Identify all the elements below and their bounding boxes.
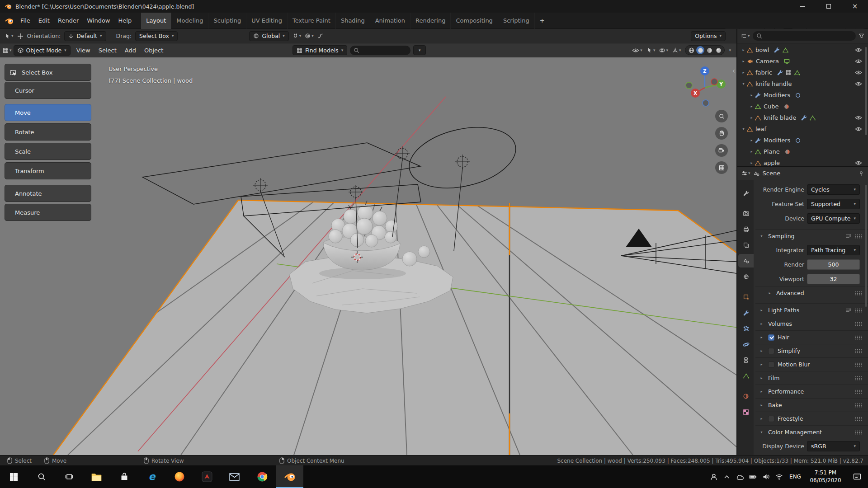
outliner-row-knife-blade[interactable]: ▸knife blade — [737, 112, 868, 123]
tool-measure[interactable]: Measure — [5, 204, 91, 221]
taskbar-task-view-button[interactable] — [55, 465, 83, 488]
properties-tab-object-data[interactable] — [738, 369, 754, 383]
expand-arrow-icon[interactable]: ▸ — [766, 291, 773, 295]
outliner-row-modifiers[interactable]: ▸Modifiers — [737, 135, 868, 146]
visibility-eye-icon[interactable] — [855, 127, 862, 131]
expand-arrow-icon[interactable]: ▸ — [740, 48, 747, 52]
prop-dropdown-feature-set[interactable]: Supported▾ — [807, 199, 860, 209]
outliner-item-label[interactable]: bowl — [755, 47, 769, 53]
expand-arrow-icon[interactable]: ▸ — [758, 389, 765, 394]
properties-tab-modifiers[interactable] — [738, 306, 754, 319]
tool-transform[interactable]: Transform — [5, 162, 91, 179]
menu-edit[interactable]: Edit — [34, 13, 54, 29]
taskbar-blender-button[interactable] — [276, 465, 303, 488]
taskbar-start-button[interactable] — [0, 465, 28, 488]
menu-file[interactable]: File — [16, 13, 34, 29]
workspace-tab-sculpting[interactable]: Sculpting — [208, 13, 246, 29]
drag-dots-icon[interactable] — [855, 308, 862, 313]
drag-dots-icon[interactable] — [855, 322, 862, 326]
taskbar-search-button[interactable] — [28, 465, 55, 488]
properties-tab-render[interactable] — [738, 206, 754, 220]
prop-section-freestyle[interactable]: ▸Freestyle — [755, 412, 868, 425]
outliner-item-label[interactable]: Modifiers — [764, 137, 790, 144]
properties-scrollbar[interactable] — [865, 185, 867, 307]
model-category-dropdown[interactable]: ▾ — [413, 45, 426, 55]
prop-section-color-management[interactable]: ▾Color Management — [755, 425, 868, 439]
outliner-item-label[interactable]: knife blade — [764, 114, 796, 121]
expand-arrow-icon[interactable]: ▸ — [748, 161, 755, 165]
outliner-editor-icon[interactable]: ▾ — [741, 33, 750, 39]
workspace-tab-texture-paint[interactable]: Texture Paint — [288, 13, 336, 29]
snap-magnet-icon[interactable]: ▾ — [292, 33, 302, 39]
prop-number-render[interactable]: 500 — [807, 259, 860, 270]
expand-arrow-icon[interactable]: ▸ — [758, 349, 765, 353]
shading-wireframe-icon[interactable] — [687, 46, 695, 54]
transform-space-dropdown[interactable]: Global▾ — [249, 31, 288, 41]
taskbar-mail-button[interactable] — [221, 465, 248, 488]
expand-arrow-icon[interactable]: ▸ — [758, 322, 765, 326]
outliner-search-input[interactable] — [753, 31, 856, 41]
region-collapse-arrow[interactable]: ‹ — [732, 67, 735, 75]
outliner-row-apple[interactable]: ▸apple — [737, 157, 868, 166]
visibility-eye-icon[interactable] — [855, 115, 862, 120]
camera-view-button[interactable] — [715, 144, 728, 157]
taskbar-utility-app-button[interactable] — [193, 465, 221, 488]
drag-dots-icon[interactable] — [855, 291, 862, 296]
properties-tab-texture[interactable] — [738, 405, 754, 419]
properties-tab-physics[interactable] — [738, 338, 754, 351]
viewport-canvas[interactable] — [0, 57, 736, 455]
outliner-item-label[interactable]: apple — [764, 160, 780, 166]
properties-tab-particles[interactable] — [738, 322, 754, 335]
pan-hand-button[interactable] — [715, 127, 728, 140]
expand-arrow-icon[interactable]: ▸ — [758, 417, 765, 421]
prop-section-sampling[interactable]: ▾Sampling — [755, 229, 868, 243]
prop-section-performance[interactable]: ▸Performance — [755, 385, 868, 398]
drag-dots-icon[interactable] — [855, 403, 862, 408]
viewport-menu-object[interactable]: Object — [140, 47, 167, 54]
prop-section-hair[interactable]: ▸Hair — [755, 330, 868, 344]
tray-hiddens-chevron-icon[interactable] — [720, 465, 733, 488]
outliner-row-cube[interactable]: ▸Cube — [737, 101, 868, 112]
ortho-grid-button[interactable] — [715, 161, 728, 174]
gizmo-minus-x-axis[interactable] — [711, 79, 717, 85]
properties-tab-world[interactable] — [738, 270, 754, 283]
expand-arrow-icon[interactable]: ▸ — [740, 70, 747, 75]
outliner-row-plane[interactable]: ▸Plane — [737, 146, 868, 157]
workspace-tab-shading[interactable]: Shading — [336, 13, 370, 29]
preset-icon[interactable] — [845, 234, 851, 239]
prop-dropdown-device[interactable]: GPU Compute▾ — [807, 213, 860, 224]
outliner-row-camera[interactable]: ▸Camera — [737, 56, 868, 67]
gizmo-minus-z-axis[interactable] — [703, 100, 709, 106]
find-models-dropdown[interactable]: Find Models▾ — [292, 45, 347, 55]
gizmo-minus-y-axis[interactable] — [686, 82, 692, 89]
properties-tab-object[interactable] — [738, 290, 754, 304]
drag-dropdown[interactable]: Select Box▾ — [135, 31, 178, 41]
filter-funnel-icon[interactable] — [859, 33, 864, 39]
viewport-menu-add[interactable]: Add — [121, 47, 140, 54]
action-center-button[interactable] — [846, 465, 868, 488]
properties-tab-view-layer[interactable] — [738, 238, 754, 252]
expand-arrow-icon[interactable]: ▸ — [748, 138, 755, 142]
tray-onedrive-cloud[interactable] — [733, 465, 746, 488]
drag-dots-icon[interactable] — [855, 417, 862, 421]
drag-dots-icon[interactable] — [855, 389, 862, 394]
prop-section-bake[interactable]: ▸Bake — [755, 398, 868, 412]
pin-icon[interactable] — [859, 171, 864, 176]
tool-cursor[interactable]: Cursor — [5, 82, 91, 99]
outliner-row-bowl[interactable]: ▸bowl — [737, 44, 868, 56]
workspace-tab-compositing[interactable]: Compositing — [451, 13, 498, 29]
model-search-input[interactable] — [350, 46, 410, 55]
properties-editor-icon[interactable]: ▾ — [741, 170, 750, 176]
tool-select-box[interactable]: Select Box — [5, 64, 91, 81]
drag-dots-icon[interactable] — [855, 349, 862, 353]
prop-section-motion-blur[interactable]: ▸Motion Blur — [755, 357, 868, 371]
properties-tab-constraints[interactable] — [738, 353, 754, 367]
tray-battery[interactable] — [746, 465, 760, 488]
outliner-item-label[interactable]: leaf — [755, 126, 766, 132]
expand-arrow-icon[interactable]: ▸ — [748, 150, 755, 154]
language-indicator[interactable]: ENG — [786, 474, 805, 480]
workspace-tab-modeling[interactable]: Modeling — [171, 13, 208, 29]
visibility-eye-icon[interactable] — [855, 81, 862, 86]
workspace-tab-rendering[interactable]: Rendering — [410, 13, 451, 29]
expand-arrow-icon[interactable]: ▸ — [758, 362, 765, 366]
